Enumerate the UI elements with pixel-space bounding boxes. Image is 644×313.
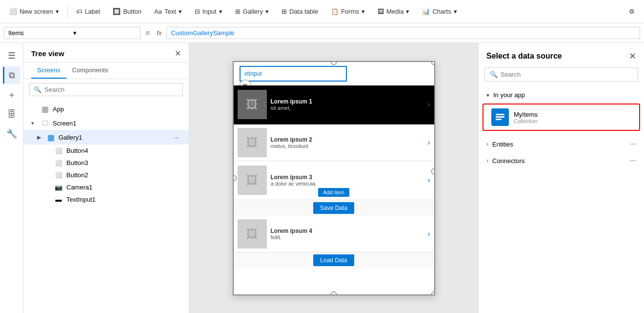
- gallery-item-3[interactable]: 🖼 Lorem ipsum 3 a dolor ac vehicula. › A…: [234, 161, 434, 200]
- gallery-arrow-2: ›: [427, 138, 430, 147]
- settings-icon: ⚙: [629, 8, 635, 15]
- ds-search-input[interactable]: [501, 71, 633, 78]
- connectors-more-button[interactable]: ···: [630, 156, 636, 165]
- gallery-arrow-3: ›: [427, 176, 430, 185]
- divider-1: [67, 5, 68, 19]
- app-label: App: [53, 105, 181, 113]
- gallery-icon: ⊞: [235, 8, 241, 15]
- forms-button[interactable]: 📋 Forms ▾: [325, 5, 370, 18]
- camera1-label: Camera1: [66, 184, 181, 191]
- data-table-label: Data table: [289, 8, 318, 15]
- tree-item-button2[interactable]: ⬜ Button2: [23, 169, 189, 181]
- ds-section-connectors[interactable]: › Connectors ···: [479, 152, 644, 169]
- add-item-button[interactable]: Add Item: [318, 188, 349, 197]
- media-label: Media: [386, 8, 403, 15]
- screen1-icon: □: [40, 119, 50, 127]
- add-icon-btn[interactable]: ＋: [3, 86, 20, 104]
- new-screen-icon: ⬜: [9, 8, 17, 15]
- gallery-thumb-2: 🖼: [238, 128, 267, 157]
- equals-sign: =: [143, 29, 152, 38]
- handle-top-right[interactable]: [431, 61, 435, 65]
- input-label: Input: [202, 8, 217, 15]
- media-button[interactable]: 🖼 Media ▾: [372, 5, 415, 18]
- gallery-body-3: a dolor ac vehicula.: [271, 181, 424, 187]
- thumb-icon-2: 🖼: [246, 136, 258, 149]
- gallery-text-1: Lorem ipsum 1 sit amet,: [271, 98, 424, 111]
- entities-more-button[interactable]: ···: [630, 140, 636, 148]
- data-icon-btn[interactable]: 🗄: [3, 105, 20, 123]
- load-data-button[interactable]: Load Data: [313, 254, 354, 266]
- tree-search-input[interactable]: [44, 86, 179, 93]
- gallery-body-1: sit amet,: [271, 105, 424, 111]
- tree-search-container: 🔍: [29, 83, 183, 96]
- button2-label: Button2: [66, 171, 181, 179]
- fx-label: fx: [155, 29, 163, 37]
- save-data-button[interactable]: Save Data: [313, 202, 354, 214]
- text-label: Text: [164, 8, 176, 15]
- gallery-title-4: Lorem ipsum 4: [271, 228, 424, 234]
- tree-item-button3[interactable]: ⬜ Button3: [23, 157, 189, 169]
- tree-item-screen1[interactable]: ▾ □ Screen1: [23, 116, 189, 130]
- search-icon: 🔍: [34, 86, 41, 93]
- gallery-text-4: Lorem ipsum 4 fellit.: [271, 228, 424, 240]
- tree-item-camera1[interactable]: 📷 Camera1: [23, 181, 189, 193]
- gallery-body-4: fellit.: [271, 234, 424, 240]
- button-button[interactable]: 🔲 Button: [107, 5, 147, 18]
- ds-close-button[interactable]: ✕: [629, 51, 636, 62]
- input-icon: ⊟: [195, 8, 200, 15]
- charts-icon: 📊: [422, 8, 430, 15]
- settings-button[interactable]: ⚙: [624, 5, 640, 18]
- tree-item-button4[interactable]: ⬜ Button4: [23, 145, 189, 157]
- charts-button[interactable]: 📊 Charts ▾: [417, 5, 462, 18]
- load-data-area: Load Data: [234, 252, 434, 268]
- gallery1-chevron: ▶: [37, 134, 43, 141]
- phone-textinput[interactable]: xtInput: [240, 66, 347, 82]
- ds-section-entities[interactable]: › Entities ···: [479, 136, 644, 152]
- gallery-body-2: metus, tincidunt: [271, 143, 424, 149]
- gallery-item-2[interactable]: 🖼 Lorem ipsum 2 metus, tincidunt ›: [234, 125, 434, 161]
- handle-top-mid[interactable]: [331, 61, 337, 65]
- formula-input[interactable]: [166, 27, 640, 39]
- gallery1-icon: ▦: [46, 133, 56, 142]
- tree-close-button[interactable]: ✕: [175, 49, 181, 58]
- input-button[interactable]: ⊟ Input ▾: [189, 5, 228, 18]
- property-selector[interactable]: Items ▾: [4, 27, 141, 39]
- phone-wrapper: xtInput ✏ 🖼 Lorem ipsum 1 sit amet,: [233, 61, 435, 295]
- ds-item-myitems[interactable]: MyItems Collection: [483, 104, 640, 131]
- label-button[interactable]: 🏷 Label: [71, 5, 106, 18]
- handle-bottom-mid[interactable]: [331, 292, 337, 295]
- tree-item-app[interactable]: ▦ App: [23, 102, 189, 116]
- textinput1-icon: ▬: [54, 196, 63, 203]
- gallery1-more-button[interactable]: ···: [171, 132, 181, 142]
- myitems-svg: [495, 112, 505, 123]
- new-screen-button[interactable]: ⬜ New screen ▾: [4, 5, 64, 18]
- gallery-item-1[interactable]: 🖼 Lorem ipsum 1 sit amet, ›: [234, 85, 434, 125]
- tree-tabs: Screens Components: [23, 63, 189, 79]
- svg-rect-1: [496, 116, 504, 118]
- tab-components[interactable]: Components: [66, 63, 114, 79]
- tools-icon-btn[interactable]: 🔧: [3, 125, 20, 143]
- in-your-app-label: In your app: [493, 91, 636, 99]
- gallery-label: Gallery: [243, 8, 263, 15]
- gallery-item-4[interactable]: 🖼 Lorem ipsum 4 fellit. ›: [234, 216, 434, 252]
- tree-item-gallery1[interactable]: ▶ ▦ Gallery1 ···: [23, 130, 189, 145]
- entities-chevron: ›: [486, 141, 488, 147]
- screen1-label: Screen1: [53, 120, 181, 127]
- layers-icon-btn[interactable]: ⧉: [3, 66, 20, 84]
- tab-screens[interactable]: Screens: [31, 63, 66, 79]
- ds-section-in-your-app[interactable]: ▾ In your app: [479, 87, 644, 103]
- left-sidebar: ☰ ⧉ ＋ 🗄 🔧: [0, 43, 23, 313]
- button2-icon: ⬜: [54, 172, 63, 179]
- new-screen-label: New screen: [20, 8, 53, 15]
- button-label: Button: [123, 8, 141, 15]
- text-button[interactable]: Aa Text ▾: [149, 5, 187, 18]
- gallery-button[interactable]: ⊞ Gallery ▾: [230, 5, 274, 18]
- button3-icon: ⬜: [54, 160, 63, 167]
- menu-icon-btn[interactable]: ☰: [3, 47, 20, 64]
- data-table-button[interactable]: ⊞ Data table: [276, 5, 323, 18]
- tree-item-textinput1[interactable]: ▬ TextInput1: [23, 193, 189, 206]
- data-source-panel: Select a data source ✕ 🔍 ▾ In your app M…: [478, 43, 644, 313]
- main-layout: ☰ ⧉ ＋ 🗄 🔧 Tree view ✕ Screens Components…: [0, 43, 644, 313]
- forms-label: Forms: [341, 8, 359, 15]
- tree-title: Tree view: [31, 49, 64, 58]
